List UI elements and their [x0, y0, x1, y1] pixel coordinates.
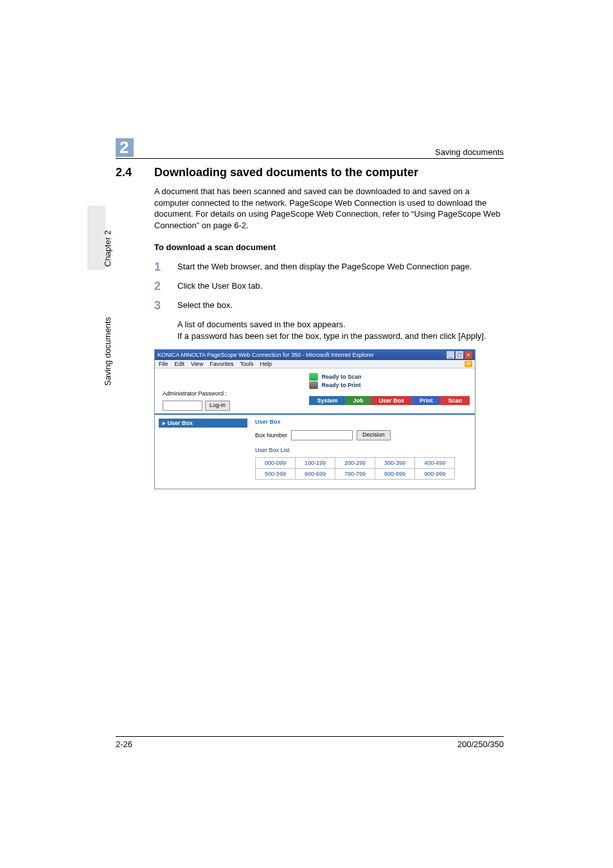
close-icon[interactable]: × — [465, 351, 472, 359]
box-number-row: Box Number Decision — [255, 430, 468, 440]
table-row: 000-099 100-199 200-299 300-399 400-499 — [256, 458, 455, 469]
content: 2.4 Downloading saved documents to the c… — [116, 166, 504, 489]
status-print-label: Ready to Print — [321, 382, 360, 388]
step-number: 1 — [154, 261, 163, 273]
side-item-userbox[interactable]: ▸ User Box — [159, 419, 247, 428]
login-button[interactable]: Log-in — [205, 401, 230, 411]
menubar: File Edit View Favorites Tools Help — [155, 360, 475, 368]
tab-userbox[interactable]: User Box — [371, 396, 412, 405]
maximize-icon[interactable]: □ — [456, 351, 463, 359]
section-title: 2.4 Downloading saved documents to the c… — [116, 166, 504, 179]
page-number: 2-26 — [116, 739, 132, 749]
step-text: Start the Web browser, and then display … — [177, 261, 504, 273]
box-number-label: Box Number — [255, 432, 287, 439]
window-title: KONICA MINOLTA PageScope Web Connection … — [157, 352, 374, 358]
status-scan-label: Ready to Scan — [321, 374, 361, 380]
range-link[interactable]: 200-299 — [335, 458, 375, 469]
menu-item[interactable]: Tools — [240, 361, 253, 367]
range-link[interactable]: 400-499 — [415, 458, 455, 469]
decision-button[interactable]: Decision — [357, 430, 391, 440]
tab-print[interactable]: Print — [412, 396, 441, 405]
admin-password-input[interactable] — [163, 401, 202, 411]
step: 1 Start the Web browser, and then displa… — [154, 261, 504, 273]
menu-item[interactable]: File — [159, 361, 168, 367]
panel: User Box Box Number Decision User Box Li… — [251, 415, 475, 489]
step-number: 2 — [154, 280, 163, 292]
menu-item[interactable]: Favorites — [209, 361, 233, 367]
side-nav: ▸ User Box — [155, 415, 251, 489]
range-link[interactable]: 700-799 — [335, 469, 375, 480]
range-link[interactable]: 600-699 — [296, 469, 335, 480]
range-link[interactable]: 800-899 — [375, 469, 415, 480]
step: 3 Select the box. — [154, 300, 504, 311]
tab-job[interactable]: Job — [345, 396, 371, 405]
section-label: Saving documents — [103, 317, 112, 386]
page-footer: 2-26 200/250/350 — [116, 736, 504, 749]
top-area: Administrator Password : Log-in Ready to… — [155, 368, 475, 413]
box-number-input[interactable] — [291, 430, 353, 440]
admin-password-label: Administrator Password : — [163, 390, 227, 397]
side-label: Chapter 2 Saving documents — [90, 206, 103, 399]
logo-area: Administrator Password : Log-in — [160, 372, 303, 411]
chapter-number-badge: 2 — [116, 138, 134, 157]
screenshot-window: KONICA MINOLTA PageScope Web Connection … — [154, 349, 475, 489]
section-number: 2.4 — [116, 166, 141, 179]
main-area: ▸ User Box User Box Box Number Decision … — [155, 413, 475, 489]
procedure-heading: To download a scan document — [154, 242, 504, 252]
menu-item[interactable]: Help — [260, 361, 272, 367]
section-heading: Downloading saved documents to the compu… — [154, 166, 418, 179]
page-header: 2 Saving documents — [116, 138, 504, 159]
browser-body: Administrator Password : Log-in Ready to… — [155, 368, 475, 489]
intro-paragraph: A document that has been scanned and sav… — [154, 186, 504, 231]
range-link[interactable]: 000-099 — [256, 458, 296, 469]
range-link[interactable]: 100-199 — [296, 458, 335, 469]
minimize-icon[interactable]: _ — [447, 351, 454, 359]
menu-item[interactable]: View — [191, 361, 203, 367]
running-title: Saving documents — [435, 147, 504, 157]
scanner-icon — [309, 373, 318, 381]
table-row: 500-599 600-699 700-799 800-899 900-999 — [256, 469, 455, 480]
range-link[interactable]: 500-599 — [256, 469, 296, 480]
panel-heading: User Box — [255, 419, 468, 425]
tab-scan[interactable]: Scan — [440, 396, 470, 405]
window-buttons: _ □ × — [447, 351, 472, 359]
step-text: Select the box. — [177, 300, 504, 311]
model-number: 200/250/350 — [458, 739, 504, 749]
step: 2 Click the User Box tab. — [154, 280, 504, 292]
menu-item[interactable]: Edit — [175, 361, 185, 367]
window-titlebar: KONICA MINOLTA PageScope Web Connection … — [155, 350, 475, 360]
tabs: System Job User Box Print Scan — [309, 390, 470, 405]
step-number: 3 — [154, 300, 163, 311]
printer-icon — [309, 381, 318, 389]
range-link[interactable]: 300-399 — [375, 458, 415, 469]
step-text: Click the User Box tab. — [177, 280, 504, 292]
range-table: 000-099 100-199 200-299 300-399 400-499 … — [255, 457, 455, 480]
user-box-list-label: User Box List — [255, 447, 468, 453]
chapter-label: Chapter 2 — [103, 230, 112, 267]
range-link[interactable]: 900-999 — [415, 469, 455, 480]
status-area: Ready to Scan Ready to Print System Job … — [303, 372, 470, 405]
tab-system[interactable]: System — [309, 396, 345, 405]
step-detail: A list of documents saved in the box app… — [177, 319, 504, 341]
admin-login-row: Administrator Password : — [163, 390, 303, 397]
